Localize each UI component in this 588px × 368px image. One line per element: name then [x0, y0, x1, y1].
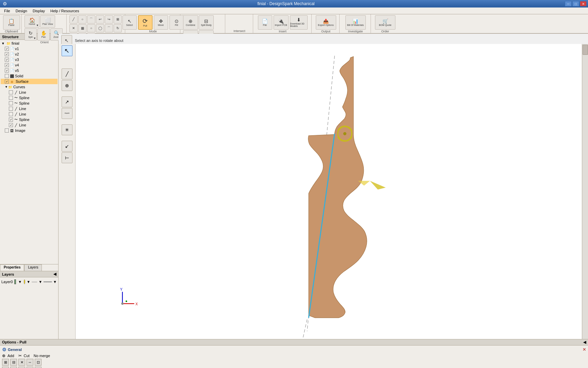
- sketch-tool-9[interactable]: ○: [87, 24, 95, 32]
- sketch-tool-12[interactable]: ↻: [114, 24, 122, 32]
- svg-text:X: X: [135, 302, 138, 306]
- menu-help[interactable]: Help / Resources: [48, 8, 82, 14]
- tree-item-curves[interactable]: ▼ 📁 Curves: [1, 84, 58, 90]
- tree-item-line1[interactable]: ╱ Line: [1, 90, 58, 95]
- toolbar-clipboard: 📋 Paste Clipboard: [1, 14, 22, 33]
- opt-icon-7[interactable]: ◎: [10, 367, 17, 368]
- opt-icon-9[interactable]: ◉: [27, 367, 33, 368]
- tab-layers[interactable]: Layers: [24, 264, 42, 271]
- menu-file[interactable]: File: [1, 8, 13, 14]
- options-collapse[interactable]: ◀: [583, 340, 586, 344]
- canvas-tool-arrow[interactable]: ↗: [62, 96, 72, 107]
- tree-item-v3[interactable]: 📄 v3: [1, 57, 58, 62]
- file-button[interactable]: 📄 File: [258, 15, 272, 30]
- canvas-tool-star[interactable]: ✳: [62, 124, 72, 135]
- opt-icon-10[interactable]: ⊛: [35, 367, 42, 368]
- minimize-button[interactable]: ─: [565, 1, 572, 6]
- tree-item-surface[interactable]: ◼ Surface: [1, 79, 58, 84]
- opt-icon-4[interactable]: ↔: [27, 359, 33, 366]
- options-icon-row-1: ⊞ ⊟ ✕ ↔ ⊡: [2, 359, 586, 366]
- canvas-scrollbar[interactable]: [582, 44, 588, 339]
- canvas-area[interactable]: ↖ Select an axis to rotate about ↖ ╱ ⊕ ↗…: [59, 34, 588, 339]
- menu-design[interactable]: Design: [13, 8, 30, 14]
- close-button[interactable]: ✕: [580, 1, 587, 6]
- cut-icon[interactable]: ✂: [18, 354, 22, 358]
- options-general-section: ⚙ General ✕ ⊕ Add ✂ Cut No merge ⊞ ⊟ ✕ ↔…: [0, 346, 588, 368]
- tree-item-line2[interactable]: ╱ Line: [1, 106, 58, 111]
- pull-button[interactable]: ⟳ Pull: [138, 15, 152, 30]
- sketch-tool-7[interactable]: ✕: [69, 24, 78, 32]
- tree-item-line4[interactable]: ╱ Line: [1, 122, 58, 128]
- tree-item-solid[interactable]: ⬛ Solid: [1, 73, 58, 79]
- general-close[interactable]: ✕: [583, 347, 586, 352]
- layer-color[interactable]: [14, 279, 16, 284]
- toolbar-order: 🛒 BOM Quote Order: [372, 14, 399, 33]
- sketch-tool-11[interactable]: ⌒: [105, 24, 113, 32]
- window-title: finial - DesignSpark Mechanical: [7, 1, 565, 6]
- options-panel: Options - Pull ◀ ⚙ General ✕ ⊕ Add ✂ Cut…: [0, 339, 588, 368]
- tree-item-spline1[interactable]: 〜 Spline: [1, 95, 58, 101]
- maximize-button[interactable]: □: [572, 1, 579, 6]
- tab-properties[interactable]: Properties: [0, 264, 24, 271]
- canvas-tool-line[interactable]: ╱: [62, 68, 72, 79]
- sketch-tool-4[interactable]: ↩: [96, 15, 104, 24]
- add-icon[interactable]: ⊕: [2, 354, 5, 358]
- canvas-tool-end[interactable]: ⊢: [62, 152, 72, 163]
- tree-item-spline2[interactable]: 〜 Spline: [1, 101, 58, 106]
- canvas-tool-spline[interactable]: 〰: [62, 108, 72, 119]
- tree-item-v5[interactable]: 📄 v5: [1, 68, 58, 73]
- combine-button[interactable]: ⊕ Combine: [183, 15, 198, 30]
- export-options-button[interactable]: 📤 Export Options: [316, 15, 336, 30]
- import-pcb-button[interactable]: 🔌 Import PCB: [274, 15, 289, 30]
- paste-button[interactable]: 📋 Paste: [3, 15, 20, 30]
- bill-of-materials-button[interactable]: 📊 Bill Of Materials: [345, 15, 366, 30]
- menu-display[interactable]: Display: [30, 8, 48, 14]
- canvas-viewport[interactable]: Y X: [76, 44, 582, 339]
- sketch-tool-3[interactable]: ⌒: [87, 15, 95, 24]
- move-button[interactable]: ✥ Move: [154, 15, 168, 30]
- sketch-tool-1[interactable]: ╱: [69, 15, 78, 24]
- opt-icon-8[interactable]: ⊙: [18, 367, 25, 368]
- canvas-instruction: Select an axis to rotate about: [75, 39, 123, 43]
- sketch-tool-5[interactable]: ↪: [105, 15, 113, 24]
- window-controls[interactable]: ─ □ ✕: [565, 1, 587, 6]
- select-button[interactable]: ↖ Select: [122, 15, 137, 30]
- options-header: Options - Pull ◀: [0, 339, 588, 346]
- svg-point-11: [121, 303, 124, 305]
- tree-item-line3[interactable]: ╱ Line: [1, 111, 58, 117]
- sketch-tool-2[interactable]: ○: [78, 15, 86, 24]
- layer-visibility[interactable]: [24, 279, 25, 284]
- svg-point-12: [126, 301, 127, 302]
- svg-text:Y: Y: [120, 288, 122, 291]
- toolbar-intersect: Intersect: [226, 14, 253, 33]
- svg-point-4: [343, 132, 346, 135]
- tree-item-image[interactable]: 🖼 Image: [1, 128, 58, 133]
- split-body-button[interactable]: ⊟ Split Body: [199, 15, 214, 30]
- canvas-tool-select[interactable]: ↖: [62, 45, 72, 56]
- canvas-tool-rotate[interactable]: ⊕: [62, 80, 72, 91]
- sketch-tool-8[interactable]: ▦: [78, 24, 86, 32]
- pan-button[interactable]: ✋ Pan: [37, 28, 50, 41]
- opt-icon-5[interactable]: ⊡: [35, 359, 42, 366]
- toolbar: 📋 Paste Clipboard 🏠 Home ▼ ⬜ Plan View: [0, 14, 588, 34]
- tree-item-v4[interactable]: 📄 v4: [1, 62, 58, 68]
- tree-item-v2[interactable]: 📄 v2: [1, 51, 58, 57]
- opt-icon-6[interactable]: ○: [2, 367, 9, 368]
- opt-icon-1[interactable]: ⊞: [2, 359, 9, 366]
- bom-quote-button[interactable]: 🛒 BOM Quote: [375, 15, 395, 30]
- sketch-tool-10[interactable]: ◯: [96, 24, 104, 32]
- plan-view-button[interactable]: ⬜ Plan View: [40, 15, 55, 28]
- tree-item-spline3[interactable]: 〜 Spline: [1, 117, 58, 122]
- sketch-tool-6[interactable]: ⊠: [114, 15, 122, 24]
- opt-icon-2[interactable]: ⊟: [10, 359, 17, 366]
- title-bar: ⚙ finial - DesignSpark Mechanical ─ □ ✕: [0, 0, 588, 7]
- opt-icon-3[interactable]: ✕: [18, 359, 25, 366]
- tree-item-v1[interactable]: 📄 v1: [1, 46, 58, 51]
- property-tabs[interactable]: Properties Layers: [0, 264, 58, 271]
- home-button[interactable]: 🏠 Home ▼: [24, 15, 39, 28]
- add-cut-nomerge-row: ⊕ Add ✂ Cut No merge: [2, 354, 586, 358]
- canvas-tool-back[interactable]: ↙: [62, 141, 72, 152]
- download-3d-button[interactable]: ⬇ Download 3D Models: [290, 15, 308, 30]
- spin-button[interactable]: ↻ Spin ▼: [24, 28, 37, 41]
- toolbar-edit: ⊕ Combine ⊟ Split Body ◨ Split Face ⊞ Pr…: [181, 14, 225, 33]
